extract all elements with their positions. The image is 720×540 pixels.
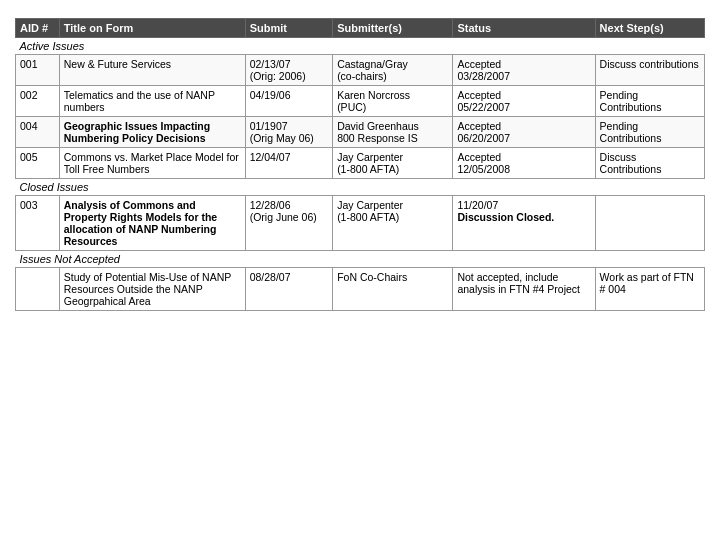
cell-status: Accepted 06/20/2007 bbox=[453, 117, 595, 148]
cell-nextstep: Pending Contributions bbox=[595, 86, 704, 117]
col-header-aid: AID # bbox=[16, 19, 60, 38]
cell-submit: 12/04/07 bbox=[245, 148, 332, 179]
cell-title: Commons vs. Market Place Model for Toll … bbox=[59, 148, 245, 179]
cell-title: New & Future Services bbox=[59, 55, 245, 86]
cell-submit: 08/28/07 bbox=[245, 268, 332, 311]
cell-submitters: Castagna/Gray (co-chairs) bbox=[333, 55, 453, 86]
col-header-nextstep: Next Step(s) bbox=[595, 19, 704, 38]
cell-status: Accepted 12/05/2008 bbox=[453, 148, 595, 179]
table-row: 001New & Future Services02/13/07 (Orig: … bbox=[16, 55, 705, 86]
col-header-title: Title on Form bbox=[59, 19, 245, 38]
cell-submitters: Karen Norcross (PUC) bbox=[333, 86, 453, 117]
cell-submitters: David Greenhaus 800 Response IS bbox=[333, 117, 453, 148]
table-row: Study of Potential Mis-Use of NANP Resou… bbox=[16, 268, 705, 311]
cell-submit: 01/1907 (Orig May 06) bbox=[245, 117, 332, 148]
table-row: 003Analysis of Commons and Property Righ… bbox=[16, 196, 705, 251]
cell-submit: 02/13/07 (Orig: 2006) bbox=[245, 55, 332, 86]
cell-nextstep bbox=[595, 196, 704, 251]
cell-title: Analysis of Commons and Property Rights … bbox=[59, 196, 245, 251]
cell-submitters: Jay Carpenter (1-800 AFTA) bbox=[333, 148, 453, 179]
cell-title: Geographic Issues Impacting Numbering Po… bbox=[59, 117, 245, 148]
table-row: 002Telematics and the use of NANP number… bbox=[16, 86, 705, 117]
table-row: 004Geographic Issues Impacting Numbering… bbox=[16, 117, 705, 148]
cell-status: Accepted 03/28/2007 bbox=[453, 55, 595, 86]
cell-aid: 005 bbox=[16, 148, 60, 179]
cell-status: Not accepted, include analysis in FTN #4… bbox=[453, 268, 595, 311]
aim-table: AID # Title on Form Submit Submitter(s) … bbox=[15, 18, 705, 311]
cell-aid bbox=[16, 268, 60, 311]
cell-title: Study of Potential Mis-Use of NANP Resou… bbox=[59, 268, 245, 311]
cell-submit: 04/19/06 bbox=[245, 86, 332, 117]
cell-aid: 004 bbox=[16, 117, 60, 148]
cell-title: Telematics and the use of NANP numbers bbox=[59, 86, 245, 117]
col-header-submit: Submit bbox=[245, 19, 332, 38]
col-header-submitters: Submitter(s) bbox=[333, 19, 453, 38]
cell-status: 11/20/07 Discussion Closed. bbox=[453, 196, 595, 251]
cell-nextstep: Discuss Contributions bbox=[595, 148, 704, 179]
cell-aid: 002 bbox=[16, 86, 60, 117]
col-header-status: Status bbox=[453, 19, 595, 38]
cell-aid: 003 bbox=[16, 196, 60, 251]
cell-nextstep: Work as part of FTN # 004 bbox=[595, 268, 704, 311]
cell-aid: 001 bbox=[16, 55, 60, 86]
table-row: 005Commons vs. Market Place Model for To… bbox=[16, 148, 705, 179]
cell-submitters: FoN Co-Chairs bbox=[333, 268, 453, 311]
cell-nextstep: Pending Contributions bbox=[595, 117, 704, 148]
cell-submitters: Jay Carpenter (1-800 AFTA) bbox=[333, 196, 453, 251]
cell-submit: 12/28/06 (Orig June 06) bbox=[245, 196, 332, 251]
cell-nextstep: Discuss contributions bbox=[595, 55, 704, 86]
cell-status: Accepted 05/22/2007 bbox=[453, 86, 595, 117]
